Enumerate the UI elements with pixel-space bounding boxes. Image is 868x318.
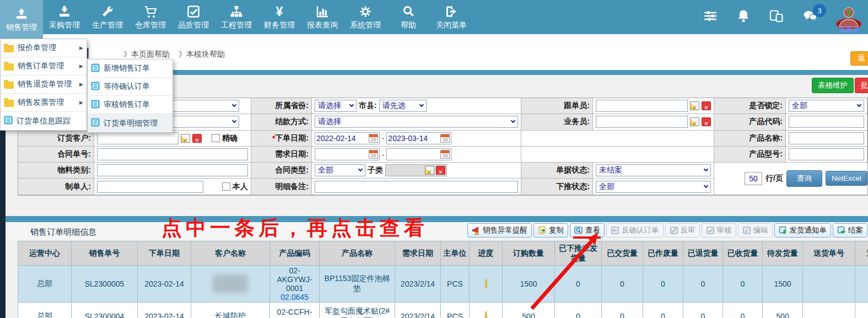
clear-icon[interactable] [702, 117, 711, 126]
need-date-from[interactable] [315, 148, 380, 160]
lookup-icon[interactable] [690, 117, 699, 126]
table-row[interactable]: 总部 SL2300004 2023-02-14 长城防护 02-CCFH-001… [18, 303, 868, 318]
annotation-text: 点中一条后，再点击查看 [161, 214, 428, 242]
sales-order-submenu: 新增销售订单 等待确认订单 审核销售订单 订货单明细管理 [87, 59, 173, 133]
order-date-label: *下单日期: [251, 131, 312, 147]
bell-icon[interactable] [736, 8, 751, 26]
product-code-input[interactable] [789, 116, 864, 128]
clear-icon[interactable] [192, 134, 202, 143]
page-size-input[interactable] [745, 172, 762, 185]
detail-section-title: 销售订单明细信息 [30, 227, 96, 238]
lookup-icon[interactable] [690, 101, 699, 110]
product-name-input[interactable] [789, 132, 864, 144]
product-code-link[interactable]: 02.0645 [272, 293, 317, 301]
calendar-icon[interactable] [440, 150, 450, 159]
col-header: 客户名称 [191, 241, 270, 266]
nav-item-warehouse[interactable]: 仓库管理 [129, 0, 172, 34]
form-cell: 未结案 [593, 163, 714, 179]
material-type-input[interactable] [97, 164, 248, 176]
table-maintain-button[interactable]: 表格维护 [812, 78, 854, 93]
form-cell: 2022-02-14 - 2023-03-14 [312, 131, 521, 147]
push-status-select[interactable]: 全部 [596, 181, 711, 193]
devices-icon[interactable] [769, 8, 784, 26]
submenu-item-pending-confirm[interactable]: 等待确认订单 [88, 78, 172, 96]
form-cell: 本人 [94, 179, 251, 195]
nav-item-engineering[interactable]: 工程管理 [215, 0, 258, 34]
nav-item-purchase[interactable]: 采购管理 [43, 0, 86, 34]
contract-type-select[interactable]: 全部 [315, 164, 365, 176]
menu-item-sales-invoice[interactable]: 销售发票管理▶ [1, 94, 87, 112]
maker-input[interactable] [97, 181, 203, 193]
lookup-icon[interactable] [181, 134, 190, 143]
menu-item-quotation[interactable]: 报价单管理▶ [1, 39, 87, 57]
view-button[interactable]: 查看 [570, 223, 605, 238]
batch-button[interactable]: 批 [855, 78, 868, 93]
form-cell: 全部 子类 [312, 163, 521, 179]
gear-icon [358, 4, 373, 19]
avatar[interactable]: ? 无图片 [836, 4, 862, 35]
nav-item-production[interactable]: 生产管理 [86, 0, 129, 34]
exact-checkbox[interactable] [212, 134, 220, 142]
need-date-to[interactable] [386, 148, 451, 160]
payment-select[interactable]: 请选择 [315, 116, 518, 128]
nav-item-finance[interactable]: ¥ 财务管理 [258, 0, 301, 34]
form-cell: 请选择 [312, 114, 521, 130]
folder-icon [4, 82, 14, 89]
nav-label: 采购管理 [49, 20, 80, 30]
document-icon [91, 82, 100, 92]
salesman-input[interactable] [596, 116, 688, 128]
clear-icon[interactable] [702, 101, 711, 110]
province-select[interactable]: 请选择 [315, 100, 357, 112]
need-date-label: 需求日期: [251, 147, 312, 163]
menu-item-sales-return[interactable]: 销售退货单管理▶ [1, 76, 87, 94]
city-select[interactable]: 请先选 [379, 100, 427, 112]
copy-button[interactable]: 复制 [533, 223, 568, 238]
col-header: 运营中心 [18, 241, 72, 266]
nav-item-sales[interactable]: 销售管理 [0, 0, 43, 39]
calendar-icon[interactable] [369, 134, 378, 143]
col-header: 待发货量 [763, 241, 803, 266]
product-model-input[interactable] [789, 148, 864, 160]
calendar-icon[interactable] [369, 150, 378, 159]
form-cell [94, 147, 251, 163]
page-help-link[interactable]: 》本页面帮助 [123, 50, 170, 60]
lookup-icon[interactable] [425, 166, 434, 175]
menu-item-sales-order[interactable]: 销售订单管理▶ [1, 57, 87, 76]
nav-item-close-menu[interactable]: 关闭菜单 [430, 0, 473, 34]
contract-no-input[interactable] [97, 148, 248, 160]
nav-item-reports[interactable]: 报表查询 [301, 0, 344, 34]
table-row-selected[interactable]: 总部 SL2300005 2023-02-14 02-AKGYWJ-000102… [18, 266, 868, 303]
netexcel-button[interactable]: NetExcel [826, 171, 867, 186]
module-help-link[interactable]: 》本模块帮助 [179, 50, 225, 60]
detail-remark-input[interactable] [315, 181, 518, 193]
chevron-down-icon [232, 103, 236, 107]
delivery-notice-button[interactable]: 发货通知单 [774, 223, 832, 238]
submenu-item-audit-order[interactable]: 审核销售订单 [88, 96, 172, 114]
nav-item-help[interactable]: 帮助 [387, 0, 430, 34]
corner-button[interactable]: 返 [850, 51, 868, 66]
calendar-icon[interactable] [440, 134, 450, 143]
submenu-item-new-order[interactable]: 新增销售订单 [88, 60, 172, 78]
nav-item-quality[interactable]: 品质管理 [172, 0, 215, 34]
close-case-button[interactable]: 结案 [833, 223, 867, 238]
lock-select[interactable]: 全部 [789, 100, 864, 112]
customer-input[interactable] [97, 132, 179, 144]
query-button[interactable]: 查询 [786, 170, 822, 187]
self-checkbox[interactable] [222, 182, 230, 191]
exact-checkbox-label: 精确 [222, 133, 238, 143]
edit-button: 编辑 [738, 223, 773, 238]
divider-bar-detail [6, 216, 868, 222]
nav-item-system[interactable]: 系统管理 [344, 0, 387, 34]
order-date-to[interactable]: 2023-03-14 [386, 132, 451, 144]
annotation-underline [573, 236, 601, 239]
tracker-input[interactable] [596, 100, 688, 112]
submenu-item-order-detail-mgmt[interactable]: 订货单明细管理 [88, 114, 172, 132]
menu-item-order-tracking[interactable]: 订货单信息跟踪 [1, 112, 87, 130]
sales-alert-button[interactable]: 销售异常提醒 [467, 223, 532, 238]
clear-icon[interactable] [436, 166, 445, 175]
date-dash: - [382, 150, 384, 159]
settings-sliders-icon[interactable] [703, 8, 718, 26]
chat-icon[interactable]: 3 [802, 8, 818, 26]
order-date-from[interactable]: 2022-02-14 [315, 132, 380, 144]
doc-status-select[interactable]: 未结案 [596, 164, 711, 176]
